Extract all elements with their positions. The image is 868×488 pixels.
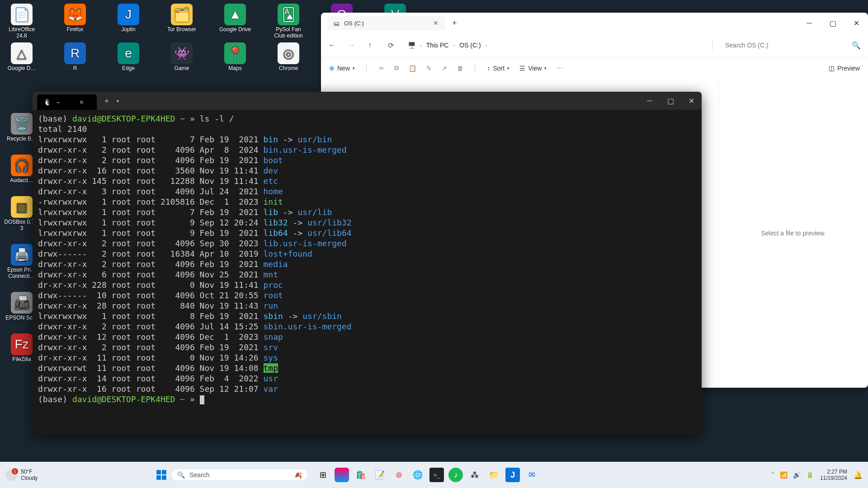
app-icon: Fz bbox=[11, 333, 33, 355]
up-button[interactable]: ↑ bbox=[368, 41, 379, 49]
volume-icon[interactable]: 🔊 bbox=[793, 471, 801, 479]
search-deco-icon: 🍂 bbox=[294, 471, 302, 479]
copilot-icon[interactable] bbox=[335, 468, 349, 482]
icon-label: Joplin bbox=[121, 26, 135, 33]
icon-label: R bbox=[73, 65, 77, 71]
icon-label: Firefox bbox=[67, 26, 84, 33]
icon-label: Game bbox=[175, 65, 189, 71]
notepadpp-icon[interactable]: 📝 bbox=[373, 468, 387, 482]
time: 2:27 PM bbox=[820, 469, 847, 475]
search-icon[interactable]: 🔍 bbox=[852, 41, 861, 50]
app-icon: R bbox=[64, 42, 86, 64]
svg-rect-2 bbox=[156, 475, 161, 480]
app-icon: 🂡 bbox=[278, 4, 299, 25]
paste-button[interactable]: 📋 bbox=[409, 65, 416, 72]
share-button[interactable]: ↗ bbox=[442, 65, 447, 72]
spotify-icon[interactable]: ♪ bbox=[448, 468, 463, 482]
terminal-tab[interactable]: 🐧 ~ ✕ bbox=[37, 94, 97, 110]
store-icon[interactable]: 🛍️ bbox=[354, 468, 368, 482]
preview-message: Select a file to preview. bbox=[761, 230, 826, 237]
notifications-icon[interactable]: 🔔 bbox=[854, 471, 863, 479]
close-button[interactable]: ✕ bbox=[681, 92, 702, 110]
new-tab-button[interactable]: + bbox=[449, 16, 460, 31]
weather-temp: 50°F bbox=[21, 469, 38, 475]
weather-desc: Cloudy bbox=[21, 475, 38, 481]
more-button[interactable]: ⋯ bbox=[557, 65, 563, 72]
new-tab-button[interactable]: ＋ bbox=[103, 96, 110, 106]
joplin-icon[interactable]: J bbox=[505, 468, 520, 482]
date: 11/19/2024 bbox=[820, 475, 847, 481]
breadcrumb-item[interactable]: OS (C:) bbox=[459, 42, 481, 49]
pc-icon: 🖥️ bbox=[408, 42, 415, 49]
explorer-titlebar: 🖴 OS (C:) ✕ + ─ ▢ ✕ bbox=[321, 13, 868, 33]
cut-button[interactable]: ✂︎ bbox=[379, 65, 384, 72]
app-icon: 🖨️ bbox=[11, 244, 33, 266]
icon-label: FileZilla bbox=[12, 356, 31, 362]
explorer-navbar: ← → ↑ ⟳ 🖥️ › This PC › OS (C:) › 🔍 bbox=[321, 33, 868, 57]
breadcrumb-item[interactable]: This PC bbox=[426, 42, 449, 49]
weather-icon bbox=[5, 469, 17, 481]
desktop-icon[interactable]: 📄LibreOffice 24.8 bbox=[4, 4, 40, 39]
search-label: Search bbox=[189, 471, 209, 479]
start-button[interactable] bbox=[154, 467, 169, 483]
app-icon: 📍 bbox=[224, 42, 246, 64]
taskbar-search[interactable]: 🔍 Search 🍂 bbox=[172, 469, 307, 480]
tab-dropdown-icon[interactable]: ▾ bbox=[117, 99, 119, 103]
preview-icon: ◫ bbox=[829, 65, 835, 72]
rename-button[interactable]: ✎ bbox=[426, 65, 432, 72]
desktop-icon[interactable]: 🂡PySol Fan Club edition bbox=[270, 4, 307, 39]
preview-toggle[interactable]: ◫ Preview bbox=[829, 65, 860, 72]
app-icon: ▲ bbox=[224, 4, 246, 25]
wifi-icon[interactable]: 📶 bbox=[780, 471, 788, 479]
battery-icon[interactable]: 🔋 bbox=[806, 471, 814, 479]
close-tab-icon[interactable]: ✕ bbox=[433, 19, 439, 27]
explorer-toolbar: ⊕ New ▾ │ ✂︎ ⧉ 📋 ✎ ↗ 🗑 │ ↕ Sort ▾ ☰ View… bbox=[321, 57, 868, 79]
explorer-icon[interactable]: 📁 bbox=[486, 468, 501, 482]
chevron-up-icon[interactable]: ˄ bbox=[771, 471, 774, 479]
system-tray[interactable]: ˄ 📶 🔊 🔋 bbox=[771, 471, 814, 479]
copy-button[interactable]: ⧉ bbox=[394, 64, 399, 72]
app-icon: 🦊 bbox=[64, 4, 86, 25]
icon-label: Tor Browser bbox=[167, 26, 196, 33]
minimize-button[interactable]: ─ bbox=[797, 14, 821, 32]
close-button[interactable]: ✕ bbox=[844, 14, 868, 32]
maximize-button[interactable]: ▢ bbox=[660, 92, 681, 110]
desktop-icon[interactable]: △Google D… bbox=[4, 42, 40, 71]
desktop-icon[interactable]: 🗂️Tor Browser bbox=[164, 4, 200, 39]
delete-button[interactable]: 🗑 bbox=[457, 65, 463, 72]
breadcrumb[interactable]: 🖥️ › This PC › OS (C:) › bbox=[408, 42, 703, 49]
app-icon: J bbox=[118, 4, 139, 25]
mail-icon[interactable]: ✉ bbox=[524, 468, 539, 482]
slack-icon[interactable]: ⁂ bbox=[467, 468, 482, 482]
refresh-button[interactable]: ⟳ bbox=[388, 41, 399, 50]
desktop-icon[interactable]: 📍Maps bbox=[217, 42, 253, 71]
close-tab-icon[interactable]: ✕ bbox=[79, 99, 84, 106]
chrome-icon[interactable]: 🌐 bbox=[410, 468, 425, 482]
terminal-icon[interactable]: >_ bbox=[429, 468, 444, 482]
desktop-icon[interactable]: eEdge bbox=[110, 42, 146, 71]
minimize-button[interactable]: ─ bbox=[639, 92, 660, 110]
task-view-icon[interactable]: ⊞ bbox=[316, 468, 330, 482]
weather-widget[interactable]: 50°F Cloudy bbox=[5, 469, 38, 481]
sort-button[interactable]: ↕ Sort ▾ bbox=[487, 65, 510, 72]
desktop-icon[interactable]: 👾Game bbox=[164, 42, 200, 71]
app-icon[interactable]: ⊚ bbox=[392, 468, 406, 482]
desktop-icon[interactable]: 🦊Firefox bbox=[57, 4, 93, 39]
view-button[interactable]: ☰ View ▾ bbox=[519, 65, 547, 72]
desktop-icon[interactable]: JJoplin bbox=[110, 4, 146, 39]
icon-label: Chrome bbox=[279, 65, 298, 71]
terminal-output[interactable]: (base) david@DESKTOP-EPK4HED ~ » ls -l /… bbox=[33, 110, 702, 435]
explorer-tab[interactable]: 🖴 OS (C:) ✕ bbox=[327, 16, 445, 30]
terminal-tab-title: ~ bbox=[57, 99, 60, 106]
sort-icon: ↕ bbox=[487, 65, 491, 72]
terminal-window: 🐧 ~ ✕ ＋ ▾ ─ ▢ ✕ (base) david@DESKTOP-EPK… bbox=[33, 92, 702, 435]
maximize-button[interactable]: ▢ bbox=[821, 14, 844, 32]
new-button[interactable]: ⊕ New ▾ bbox=[329, 65, 355, 72]
clock[interactable]: 2:27 PM 11/19/2024 bbox=[820, 469, 847, 481]
desktop-icon[interactable]: ▲Google Drive bbox=[217, 4, 253, 39]
desktop-icon[interactable]: ◎Chrome bbox=[270, 42, 307, 71]
search-input[interactable] bbox=[722, 40, 848, 51]
back-button[interactable]: ← bbox=[328, 41, 339, 49]
svg-rect-1 bbox=[162, 470, 166, 474]
desktop-icon[interactable]: RR bbox=[57, 42, 93, 71]
